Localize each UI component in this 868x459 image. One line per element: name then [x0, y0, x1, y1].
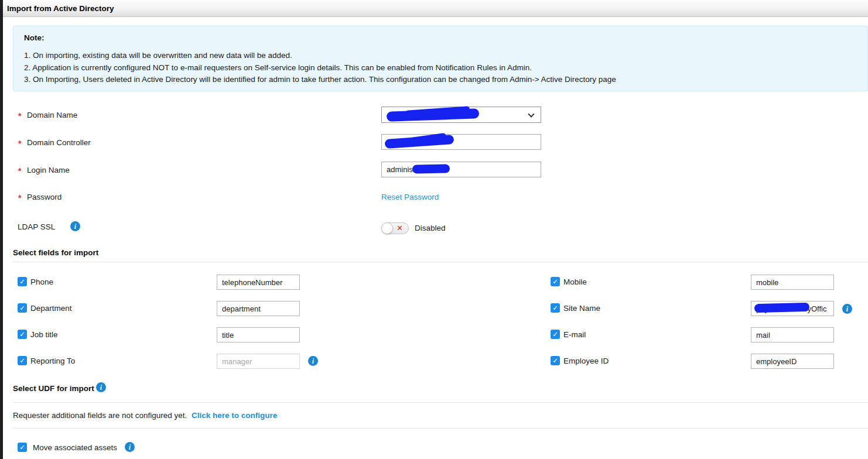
move-assets-checkbox[interactable]: ✓: [18, 443, 27, 452]
login-name-input[interactable]: [381, 162, 541, 177]
required-marker: *: [18, 166, 21, 176]
info-icon[interactable]: i: [842, 304, 852, 314]
left-panel-edge: [0, 0, 3, 459]
note-item-3: 3. On Importing, Users deleted in Active…: [24, 74, 616, 86]
ldap-ssl-label: LDAP SSL: [18, 222, 55, 231]
reporting-to-label: Reporting To: [30, 357, 75, 365]
info-icon[interactable]: i: [96, 382, 106, 392]
info-icon[interactable]: i: [308, 356, 318, 366]
required-marker: *: [18, 139, 21, 148]
job-title-label: Job title: [30, 330, 58, 339]
phone-label: Phone: [30, 278, 53, 286]
redaction-blob: [412, 164, 450, 173]
configure-udf-link[interactable]: Click here to configure: [192, 411, 277, 420]
reporting-to-checkbox[interactable]: ✓: [18, 356, 27, 365]
page-title: Import from Active Directory: [7, 4, 114, 13]
site-name-checkbox[interactable]: ✓: [551, 303, 560, 313]
phone-checkbox[interactable]: ✓: [18, 277, 27, 286]
ldap-ssl-toggle[interactable]: ✕: [381, 222, 409, 234]
employee-id-checkbox[interactable]: ✓: [551, 356, 560, 365]
required-marker: *: [18, 193, 21, 203]
fields-section-heading: Select fields for import: [13, 248, 98, 257]
domain-name-select[interactable]: [381, 107, 541, 123]
site-name-label: Site Name: [563, 304, 600, 313]
email-mapping-input[interactable]: [751, 327, 834, 342]
udf-message-line: Requester additional fields are not conf…: [13, 411, 277, 420]
divider: [13, 428, 868, 429]
reporting-to-mapping-input[interactable]: [217, 354, 300, 369]
udf-section-heading: Select UDF for import: [13, 384, 94, 393]
email-label: E-mail: [563, 330, 586, 339]
reset-password-link[interactable]: Reset Password: [381, 193, 439, 201]
udf-message: Requester additional fields are not conf…: [13, 411, 187, 420]
required-marker: *: [18, 111, 21, 121]
department-label: Department: [30, 304, 72, 313]
domain-name-label: Domain Name: [27, 111, 77, 119]
divider: [13, 262, 868, 262]
job-title-mapping-input[interactable]: [217, 327, 300, 342]
login-name-label: Login Name: [27, 166, 70, 174]
phone-mapping-input[interactable]: [217, 275, 300, 290]
note-items: 1. On importing, existing data will be o…: [24, 50, 616, 86]
toggle-knob: [381, 222, 393, 234]
info-icon[interactable]: i: [125, 442, 135, 452]
employee-id-mapping-input[interactable]: [751, 354, 834, 369]
page-header: Import from Active Directory: [0, 0, 868, 17]
job-title-checkbox[interactable]: ✓: [18, 330, 27, 339]
department-mapping-input[interactable]: [217, 301, 300, 316]
mobile-mapping-input[interactable]: [751, 275, 834, 290]
department-checkbox[interactable]: ✓: [18, 303, 27, 313]
note-item-2: 2. Application is currently configured N…: [24, 62, 616, 74]
note-box: Note: 1. On importing, existing data wil…: [13, 26, 868, 91]
redaction-blob: [754, 303, 809, 313]
email-checkbox[interactable]: ✓: [551, 330, 560, 339]
mobile-checkbox[interactable]: ✓: [551, 277, 560, 286]
domain-controller-label: Domain Controller: [27, 138, 91, 147]
move-assets-label: Move associated assets: [33, 443, 117, 452]
password-label: Password: [27, 193, 61, 201]
mobile-label: Mobile: [563, 278, 587, 286]
toggle-off-icon: ✕: [397, 224, 403, 232]
note-heading: Note:: [24, 33, 45, 42]
divider: [13, 402, 868, 403]
info-icon[interactable]: i: [70, 221, 80, 231]
note-item-1: 1. On importing, existing data will be o…: [24, 50, 616, 62]
employee-id-label: Employee ID: [563, 357, 609, 365]
chevron-down-icon: [528, 111, 534, 117]
ldap-ssl-state: Disabled: [415, 224, 446, 232]
